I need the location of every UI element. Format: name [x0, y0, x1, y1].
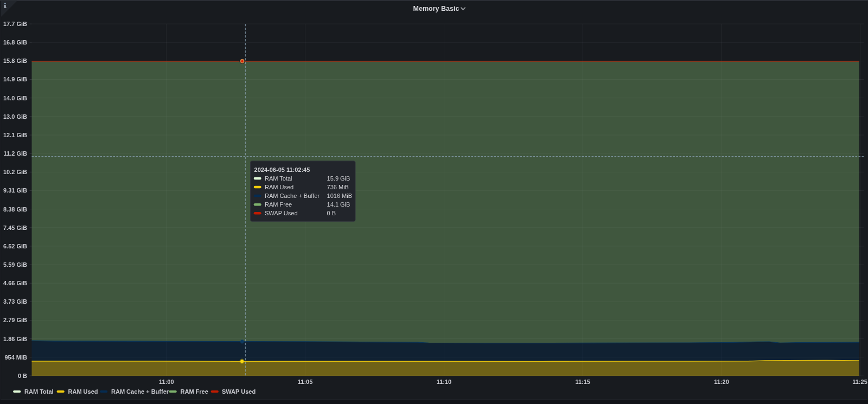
svg-text:11:15: 11:15 — [575, 379, 590, 385]
svg-text:11:10: 11:10 — [437, 379, 452, 385]
svg-text:11:20: 11:20 — [714, 379, 729, 385]
svg-text:RAM Total: RAM Total — [265, 175, 292, 182]
svg-text:1016 MiB: 1016 MiB — [327, 193, 352, 199]
svg-text:8.38 GiB: 8.38 GiB — [3, 206, 27, 213]
svg-text:15.8 GiB: 15.8 GiB — [3, 57, 27, 64]
svg-text:6.52 GiB: 6.52 GiB — [3, 243, 27, 249]
svg-text:10.2 GiB: 10.2 GiB — [3, 169, 27, 175]
svg-text:SWAP Used: SWAP Used — [222, 388, 256, 395]
svg-text:11.2 GiB: 11.2 GiB — [4, 150, 27, 157]
svg-text:17.7 GiB: 17.7 GiB — [3, 21, 27, 27]
svg-text:13.0 GiB: 13.0 GiB — [3, 113, 27, 120]
svg-text:16.8 GiB: 16.8 GiB — [3, 39, 27, 46]
svg-text:14.0 GiB: 14.0 GiB — [3, 95, 27, 101]
svg-text:RAM Used: RAM Used — [68, 388, 98, 395]
svg-text:5.59 GiB: 5.59 GiB — [3, 261, 27, 268]
svg-text:14.1 GiB: 14.1 GiB — [327, 201, 350, 208]
svg-text:RAM Total: RAM Total — [24, 388, 54, 395]
svg-text:0 B: 0 B — [18, 373, 27, 379]
svg-text:954 MiB: 954 MiB — [4, 354, 27, 361]
svg-text:RAM Free: RAM Free — [181, 388, 208, 395]
svg-text:4.66 GiB: 4.66 GiB — [3, 280, 27, 286]
svg-text:11:00: 11:00 — [159, 379, 174, 385]
svg-text:Memory Basic: Memory Basic — [413, 5, 459, 12]
svg-text:2.79 GiB: 2.79 GiB — [3, 317, 27, 323]
svg-text:RAM Cache + Buffer: RAM Cache + Buffer — [265, 193, 320, 199]
svg-text:14.9 GiB: 14.9 GiB — [3, 76, 27, 82]
svg-text:7.45 GiB: 7.45 GiB — [3, 225, 27, 231]
svg-text:2024-06-05 11:02:45: 2024-06-05 11:02:45 — [254, 166, 310, 173]
svg-text:11:05: 11:05 — [298, 379, 313, 385]
svg-text:736 MiB: 736 MiB — [327, 184, 349, 190]
svg-text:0 B: 0 B — [327, 210, 336, 216]
svg-text:15.9 GiB: 15.9 GiB — [327, 175, 350, 182]
svg-text:9.31 GiB: 9.31 GiB — [3, 187, 27, 194]
svg-text:SWAP Used: SWAP Used — [265, 210, 298, 216]
svg-text:12.1 GiB: 12.1 GiB — [3, 132, 27, 138]
svg-text:11:25: 11:25 — [852, 379, 867, 385]
svg-text:3.73 GiB: 3.73 GiB — [3, 298, 27, 305]
svg-text:RAM Used: RAM Used — [265, 184, 293, 190]
svg-text:RAM Cache + Buffer: RAM Cache + Buffer — [111, 388, 169, 395]
svg-text:1.86 GiB: 1.86 GiB — [3, 336, 27, 342]
svg-text:RAM Free: RAM Free — [265, 201, 292, 208]
